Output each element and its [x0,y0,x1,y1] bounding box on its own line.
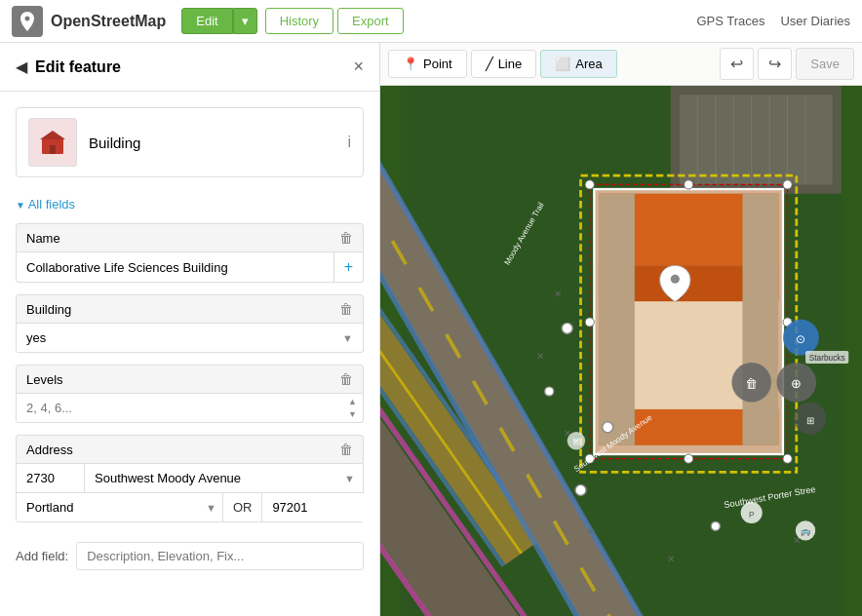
svg-text:⊞: ⊞ [806,415,814,426]
all-fields-toggle[interactable]: All fields [0,193,379,223]
svg-text:⊙: ⊙ [796,332,805,346]
undo-button[interactable]: ↩ [720,48,754,80]
address-row-2: ▼ OR ▼ [16,493,364,522]
address-number-input[interactable] [17,464,85,492]
user-diaries-link[interactable]: User Diaries [780,14,850,28]
add-field-label: Add field: [16,549,68,563]
levels-field-section: Levels 🗑 ▲ ▼ [16,365,364,423]
svg-text:✕: ✕ [536,351,544,362]
address-zip-input[interactable] [262,493,380,521]
address-field-label: Address [26,443,339,457]
gps-traces-link[interactable]: GPS Traces [696,14,764,28]
save-button[interactable]: Save [796,48,854,80]
address-city-input[interactable] [17,493,200,521]
levels-input[interactable] [17,394,342,422]
name-input[interactable] [17,253,333,282]
building-select[interactable]: yes no residential commercial [17,324,333,352]
svg-rect-6 [680,95,833,184]
address-row-1: ▼ [16,464,364,493]
close-button[interactable]: × [353,57,364,77]
name-add-button[interactable]: + [333,252,363,282]
point-label: Point [423,57,452,71]
feature-type-icon [28,118,77,167]
redo-button[interactable]: ↪ [758,48,792,80]
svg-point-47 [783,180,792,189]
building-select-arrow-icon: ▼ [333,327,363,350]
logo-icon [12,6,43,37]
levels-field-row: ▲ ▼ [16,394,364,423]
address-state-value: OR [233,500,253,515]
svg-point-69 [562,323,572,333]
address-delete-button[interactable]: 🗑 [339,442,353,457]
export-button[interactable]: Export [337,8,404,34]
map-toolbar: 📍 Point ╱ Line ⬜ Area ↩ ↪ Save [380,43,862,86]
point-icon: 📍 [403,57,418,71]
building-field-label: Building [26,302,339,317]
area-tool-button[interactable]: ⬜ Area [540,50,616,78]
address-zip-wrapper: ▼ [262,493,380,521]
svg-text:✕: ✕ [586,526,594,537]
svg-point-72 [575,484,586,495]
building-field-section: Building 🗑 yes no residential commercial… [16,294,364,353]
name-field-header: Name 🗑 [16,223,364,252]
area-icon: ⬜ [555,57,570,71]
address-state-wrapper: OR [223,493,263,521]
svg-point-51 [685,454,693,463]
levels-down-arrow-icon[interactable]: ▼ [348,408,357,421]
svg-rect-2 [50,145,56,154]
address-city-wrapper: ▼ [17,493,223,521]
line-tool-button[interactable]: ╱ Line [471,50,537,78]
svg-point-54 [671,275,680,284]
svg-text:✕: ✕ [667,554,675,564]
point-tool-button[interactable]: 📍 Point [388,50,467,78]
svg-point-45 [585,180,594,189]
svg-text:Starbucks: Starbucks [809,353,845,363]
navbar-right-links: GPS Traces User Diaries [696,14,850,28]
add-field-input[interactable] [76,542,364,570]
history-button[interactable]: History [265,8,333,34]
left-panel: ◀ Edit feature × Building i All fields N… [0,43,380,616]
all-fields-link[interactable]: All fields [16,197,75,212]
name-delete-button[interactable]: 🗑 [339,230,353,246]
map-satellite[interactable]: Southwest Porter Stree Moody Avenue Trai… [380,86,862,616]
levels-up-arrow-icon[interactable]: ▲ [348,396,357,408]
svg-point-73 [711,521,720,530]
edit-dropdown-button[interactable]: ▾ [233,8,257,34]
address-city-arrow-icon: ▼ [200,496,222,520]
area-label: Area [575,57,602,71]
levels-arrows: ▲ ▼ [342,396,363,420]
map-svg: Southwest Porter Stree Moody Avenue Trai… [380,86,862,616]
building-select-row: yes no residential commercial ▼ [16,324,364,353]
building-delete-button[interactable]: 🗑 [339,301,353,317]
address-field-header: Address 🗑 [16,435,364,464]
main-content: ◀ Edit feature × Building i All fields N… [0,43,862,616]
map-toolbar-right: ↩ ↪ Save [720,48,854,80]
address-street-input[interactable] [85,464,336,492]
svg-marker-1 [40,131,65,139]
name-field-section: Name 🗑 + [16,223,364,283]
navbar: OpenStreetMap Edit ▾ History Export GPS … [0,0,862,43]
edit-button[interactable]: Edit [181,8,232,34]
building-field-header: Building 🗑 [16,294,364,324]
line-icon: ╱ [486,57,493,71]
svg-text:✕: ✕ [554,289,562,299]
svg-text:🦷: 🦷 [571,438,581,446]
levels-field-label: Levels [26,372,339,387]
name-field-label: Name [26,231,339,246]
map-area[interactable]: 📍 Point ╱ Line ⬜ Area ↩ ↪ Save [380,43,862,616]
svg-rect-41 [599,194,635,445]
back-button[interactable]: ◀ [16,58,27,76]
svg-point-48 [585,318,594,327]
feature-type-card: Building i [16,107,364,177]
svg-text:P: P [749,510,755,520]
address-street-wrapper: ▼ [85,464,363,492]
feature-type-name: Building [89,135,347,151]
address-field-section: Address 🗑 ▼ ▼ OR ▼ [16,435,364,522]
levels-delete-button[interactable]: 🗑 [339,371,353,387]
svg-point-71 [545,387,554,396]
panel-title: Edit feature [35,58,353,76]
address-street-arrow-icon: ▼ [336,467,363,490]
svg-text:⊕: ⊕ [791,376,802,391]
svg-point-52 [783,454,792,463]
feature-info-button[interactable]: i [347,134,351,151]
